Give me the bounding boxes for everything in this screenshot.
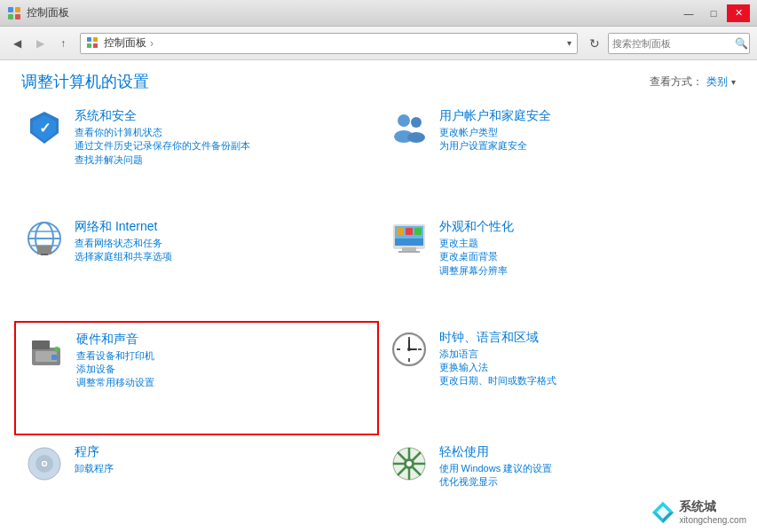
titlebar-controls: — □ ✕ bbox=[677, 4, 750, 22]
address-bar[interactable]: 控制面板 › ▾ bbox=[80, 33, 578, 54]
appearance-title[interactable]: 外观和个性化 bbox=[439, 219, 514, 235]
user-accounts-icon bbox=[390, 108, 429, 147]
refresh-button[interactable]: ↻ bbox=[585, 34, 604, 53]
system-security-text: 系统和安全 查看你的计算机状态 通过文件历史记录保存你的文件备份副本 查找并解决… bbox=[75, 108, 250, 167]
search-bar[interactable]: 🔍 bbox=[608, 33, 750, 54]
clock-language-item[interactable]: 时钟、语言和区域 添加语言 更换输入法 更改日期、时间或数字格式 bbox=[379, 321, 744, 435]
watermark-site-name: 系统城 bbox=[679, 499, 746, 515]
appearance-item[interactable]: 外观和个性化 更改主题 更改桌面背景 调整屏幕分辨率 bbox=[379, 210, 744, 321]
programs-title[interactable]: 程序 bbox=[75, 444, 114, 460]
svg-point-13 bbox=[411, 117, 422, 128]
view-label: 查看方式： bbox=[650, 74, 703, 90]
forward-button[interactable]: ▶ bbox=[30, 34, 50, 53]
svg-rect-33 bbox=[51, 355, 57, 360]
svg-rect-2 bbox=[8, 14, 13, 20]
search-icon: 🔍 bbox=[735, 37, 748, 50]
svg-rect-0 bbox=[8, 7, 13, 12]
system-security-item[interactable]: ✓ 系统和安全 查看你的计算机状态 通过文件历史记录保存你的文件备份副本 查找并… bbox=[14, 99, 379, 210]
svg-rect-28 bbox=[406, 228, 413, 235]
accessibility-icon bbox=[390, 444, 429, 483]
svg-rect-1 bbox=[15, 7, 20, 12]
navbar: ◀ ▶ ↑ 控制面板 › ▾ ↻ 🔍 bbox=[0, 27, 757, 60]
titlebar-left: 控制面板 bbox=[7, 5, 69, 20]
titlebar-title: 控制面板 bbox=[27, 5, 69, 20]
svg-rect-4 bbox=[87, 37, 91, 42]
hardware-sound-icon bbox=[27, 332, 66, 371]
clock-language-icon bbox=[390, 330, 429, 369]
programs-text: 程序 卸载程序 bbox=[75, 444, 114, 475]
accessibility-title[interactable]: 轻松使用 bbox=[439, 444, 553, 460]
svg-rect-6 bbox=[87, 43, 91, 48]
address-dropdown[interactable]: ▾ bbox=[567, 38, 572, 48]
svg-rect-7 bbox=[93, 43, 98, 48]
watermark-url: xitongcheng.com bbox=[679, 515, 746, 525]
hardware-sound-item[interactable]: 硬件和声音 查看设备和打印机 添加设备 调整常用移动设置 bbox=[14, 321, 379, 435]
address-bar-icon bbox=[86, 36, 100, 51]
programs-subtitle: 卸载程序 bbox=[75, 462, 114, 475]
clock-language-title[interactable]: 时钟、语言和区域 bbox=[439, 330, 556, 346]
minimize-button[interactable]: — bbox=[677, 4, 700, 22]
user-accounts-item[interactable]: 用户帐户和家庭安全 更改帐户类型 为用户设置家庭安全 bbox=[379, 99, 744, 210]
svg-text:✓: ✓ bbox=[39, 121, 51, 136]
network-internet-icon bbox=[25, 219, 64, 258]
network-internet-title[interactable]: 网络和 Internet bbox=[75, 219, 172, 235]
svg-point-34 bbox=[54, 347, 59, 352]
svg-rect-3 bbox=[15, 14, 20, 20]
address-separator: › bbox=[150, 37, 154, 50]
up-button[interactable]: ↑ bbox=[53, 34, 73, 53]
titlebar: 控制面板 — □ ✕ bbox=[0, 0, 757, 27]
maximize-button[interactable]: □ bbox=[702, 4, 725, 22]
svg-rect-27 bbox=[397, 228, 404, 235]
svg-rect-5 bbox=[93, 37, 98, 42]
system-security-icon: ✓ bbox=[25, 108, 64, 147]
view-selector[interactable]: 查看方式： 类别 ▾ bbox=[650, 74, 736, 90]
svg-point-47 bbox=[43, 462, 46, 466]
svg-rect-21 bbox=[41, 254, 48, 255]
svg-point-11 bbox=[398, 114, 410, 127]
svg-rect-24 bbox=[395, 239, 423, 246]
accessibility-text: 轻松使用 使用 Windows 建议的设置 优化视觉显示 bbox=[439, 444, 553, 489]
back-button[interactable]: ◀ bbox=[7, 34, 27, 53]
content-header: 调整计算机的设置 查看方式： 类别 ▾ bbox=[0, 60, 757, 99]
network-internet-text: 网络和 Internet 查看网络状态和任务 选择家庭组和共享选项 bbox=[75, 219, 172, 264]
programs-item[interactable]: 程序 卸载程序 bbox=[14, 435, 379, 532]
svg-rect-32 bbox=[32, 340, 50, 349]
svg-point-54 bbox=[406, 461, 412, 466]
page-title: 调整计算机的设置 bbox=[21, 71, 149, 92]
svg-point-43 bbox=[407, 348, 411, 351]
accessibility-subtitle: 使用 Windows 建议的设置 优化视觉显示 bbox=[439, 462, 553, 489]
svg-rect-25 bbox=[402, 247, 416, 251]
user-accounts-title[interactable]: 用户帐户和家庭安全 bbox=[439, 108, 551, 124]
system-security-subtitle: 查看你的计算机状态 通过文件历史记录保存你的文件备份副本 查找并解决问题 bbox=[75, 126, 250, 167]
titlebar-app-icon bbox=[7, 6, 21, 20]
address-path: 控制面板 bbox=[104, 35, 146, 51]
network-internet-subtitle: 查看网络状态和任务 选择家庭组和共享选项 bbox=[75, 237, 172, 264]
clock-language-text: 时钟、语言和区域 添加语言 更换输入法 更改日期、时间或数字格式 bbox=[439, 330, 556, 388]
network-internet-item[interactable]: 网络和 Internet 查看网络状态和任务 选择家庭组和共享选项 bbox=[14, 210, 379, 321]
system-security-title[interactable]: 系统和安全 bbox=[75, 108, 250, 124]
svg-rect-29 bbox=[414, 228, 422, 235]
main-content: 调整计算机的设置 查看方式： 类别 ▾ ✓ 系统和安全 查看你的计算机状态 通过… bbox=[0, 60, 757, 532]
appearance-icon bbox=[390, 219, 429, 258]
view-arrow-icon: ▾ bbox=[731, 77, 736, 87]
search-input[interactable] bbox=[612, 38, 735, 49]
watermark-logo bbox=[651, 500, 675, 525]
appearance-text: 外观和个性化 更改主题 更改桌面背景 调整屏幕分辨率 bbox=[439, 219, 514, 278]
user-accounts-text: 用户帐户和家庭安全 更改帐户类型 为用户设置家庭安全 bbox=[439, 108, 551, 153]
svg-rect-20 bbox=[37, 246, 51, 254]
clock-language-subtitle: 添加语言 更换输入法 更改日期、时间或数字格式 bbox=[439, 348, 556, 388]
user-accounts-subtitle: 更改帐户类型 为用户设置家庭安全 bbox=[439, 126, 551, 153]
hardware-sound-title[interactable]: 硬件和声音 bbox=[76, 332, 154, 348]
hardware-sound-text: 硬件和声音 查看设备和打印机 添加设备 调整常用移动设置 bbox=[76, 332, 154, 390]
hardware-sound-subtitle: 查看设备和打印机 添加设备 调整常用移动设置 bbox=[76, 349, 154, 390]
programs-icon bbox=[25, 444, 64, 483]
svg-point-14 bbox=[407, 132, 425, 143]
svg-rect-26 bbox=[398, 251, 420, 253]
close-button[interactable]: ✕ bbox=[727, 4, 750, 22]
appearance-subtitle: 更改主题 更改桌面背景 调整屏幕分辨率 bbox=[439, 237, 514, 278]
watermark: 系统城 xitongcheng.com bbox=[651, 499, 746, 525]
items-grid: ✓ 系统和安全 查看你的计算机状态 通过文件历史记录保存你的文件备份副本 查找并… bbox=[0, 99, 757, 532]
view-value[interactable]: 类别 bbox=[706, 74, 728, 90]
